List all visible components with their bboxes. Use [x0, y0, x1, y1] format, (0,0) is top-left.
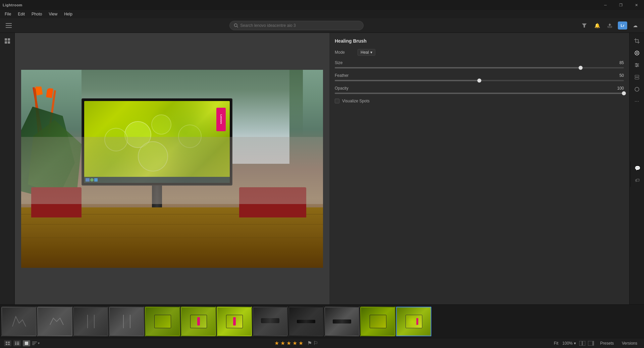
flag-icon[interactable]: ⚑ — [307, 340, 312, 346]
comment-icon[interactable]: 💬 — [632, 163, 643, 173]
menu-edit[interactable]: Edit — [15, 11, 28, 17]
left-panel — [0, 33, 15, 304]
menu-help[interactable]: Help — [61, 11, 75, 17]
opacity-value: 100 — [614, 86, 624, 91]
presets-btn[interactable]: Presets — [597, 341, 616, 346]
opacity-slider[interactable] — [335, 93, 624, 94]
compare-icon[interactable] — [579, 340, 586, 347]
menu-view[interactable]: View — [46, 11, 60, 17]
svg-rect-28 — [6, 344, 7, 345]
svg-rect-27 — [8, 342, 10, 343]
menu-photo[interactable]: Photo — [29, 11, 45, 17]
panel-toggle-icon[interactable] — [4, 21, 13, 30]
svg-rect-46 — [592, 341, 594, 346]
bottom-bar: ▾ ★ ★ ★ ★ ★ ⚑ ⚐ Fit 100% ▾ — [0, 338, 644, 348]
heal-icon[interactable] — [632, 48, 642, 58]
small-grid-view-btn[interactable] — [13, 340, 21, 346]
svg-rect-26 — [6, 342, 7, 343]
star-3[interactable]: ★ — [286, 340, 291, 346]
opacity-slider-thumb[interactable] — [622, 91, 626, 95]
reject-icon[interactable]: ⚐ — [313, 340, 318, 346]
bottom-right: Fit 100% ▾ Presets Versions — [552, 340, 640, 347]
star-4[interactable]: ★ — [292, 340, 297, 346]
lr-icon[interactable]: Lr — [618, 21, 627, 30]
svg-rect-19 — [635, 75, 639, 77]
visualize-checkbox[interactable] — [335, 99, 339, 103]
toolbar-right: 🔔 Lr ☁ — [580, 21, 640, 30]
svg-rect-44 — [583, 341, 585, 346]
close-button[interactable]: ✕ — [629, 0, 644, 10]
svg-rect-36 — [15, 344, 16, 345]
svg-rect-0 — [6, 23, 12, 24]
svg-rect-29 — [8, 344, 10, 345]
star-2[interactable]: ★ — [280, 340, 285, 346]
menu-bar: File Edit Photo View Help — [0, 10, 644, 18]
size-slider[interactable] — [335, 67, 624, 68]
title-bar: Lightroom ─ ❐ ✕ — [0, 0, 644, 10]
feather-slider-thumb[interactable] — [477, 79, 481, 83]
size-slider-thumb[interactable] — [579, 66, 583, 70]
feather-label: Feather — [335, 73, 355, 78]
detail-icon[interactable] — [587, 340, 595, 347]
filmstrip-thumb-12[interactable] — [396, 307, 431, 336]
size-row: Size 85 — [335, 60, 624, 68]
circle-icon[interactable] — [632, 84, 642, 95]
svg-rect-33 — [15, 343, 16, 344]
svg-rect-35 — [18, 343, 19, 344]
filmstrip-thumb-2[interactable] — [37, 307, 72, 336]
svg-point-16 — [636, 63, 637, 64]
star-1[interactable]: ★ — [274, 340, 279, 346]
more-icon[interactable]: ··· — [632, 96, 642, 107]
svg-point-17 — [637, 64, 638, 66]
opacity-label: Opacity — [335, 86, 355, 91]
svg-rect-37 — [17, 344, 18, 345]
mode-value: Heal — [361, 50, 369, 55]
svg-rect-9 — [5, 41, 7, 44]
healing-brush-panel: Healing Brush Mode Heal ▾ Size 85 — [329, 33, 629, 304]
notification-icon[interactable]: 🔔 — [592, 21, 602, 30]
filmstrip-thumb-3[interactable] — [73, 307, 108, 336]
toolbar-center — [16, 21, 577, 30]
svg-rect-43 — [579, 341, 582, 346]
zoom-chevron-icon[interactable]: ▾ — [574, 341, 576, 346]
restore-button[interactable]: ❐ — [613, 0, 629, 10]
menu-file[interactable]: File — [2, 11, 14, 17]
filmstrip-thumb-8[interactable] — [253, 307, 288, 336]
mode-label: Mode — [335, 50, 355, 55]
feather-row: Feather 50 — [335, 73, 624, 81]
crop-icon[interactable] — [632, 36, 642, 46]
layers-icon[interactable] — [632, 72, 642, 83]
filter-icon[interactable] — [580, 21, 589, 30]
star-5[interactable]: ★ — [299, 340, 303, 346]
adjust-icon[interactable] — [632, 60, 642, 70]
window-controls: ─ ❐ ✕ — [598, 0, 644, 10]
filmstrip-thumb-4[interactable] — [109, 307, 144, 336]
visualize-row: Visualize Spots — [335, 99, 624, 103]
minimize-button[interactable]: ─ — [598, 0, 613, 10]
right-edge-icons: 💬 🏷 — [630, 161, 644, 187]
feather-slider[interactable] — [335, 80, 624, 81]
tag-icon[interactable]: 🏷 — [632, 175, 643, 186]
main-photo: Lenovo — [21, 70, 323, 268]
top-toolbar: 🔔 Lr ☁ — [0, 18, 644, 33]
versions-btn[interactable]: Versions — [619, 341, 640, 346]
library-icon[interactable] — [2, 36, 13, 46]
filmstrip-thumb-5[interactable] — [145, 307, 180, 336]
filmstrip-thumb-10[interactable] — [324, 307, 360, 336]
fit-btn[interactable]: Fit — [552, 341, 559, 346]
grid-view-btn[interactable] — [4, 340, 11, 346]
share-icon[interactable] — [605, 21, 614, 30]
filmstrip-thumb-1[interactable] — [1, 307, 37, 336]
sort-btn[interactable]: ▾ — [32, 341, 40, 345]
search-box[interactable] — [229, 21, 364, 30]
filmstrip-thumb-11[interactable] — [360, 307, 395, 336]
mode-select[interactable]: Heal ▾ — [358, 49, 375, 56]
cloud-icon[interactable]: ☁ — [631, 21, 640, 30]
filmstrip-thumb-7[interactable] — [217, 307, 252, 336]
filmstrip-thumb-9[interactable] — [288, 307, 324, 336]
search-input[interactable] — [240, 23, 359, 28]
filmstrip-thumb-6[interactable] — [181, 307, 216, 336]
panel-title: Healing Brush — [335, 38, 624, 44]
toolbar-left — [4, 21, 13, 30]
single-view-btn[interactable] — [23, 340, 30, 346]
